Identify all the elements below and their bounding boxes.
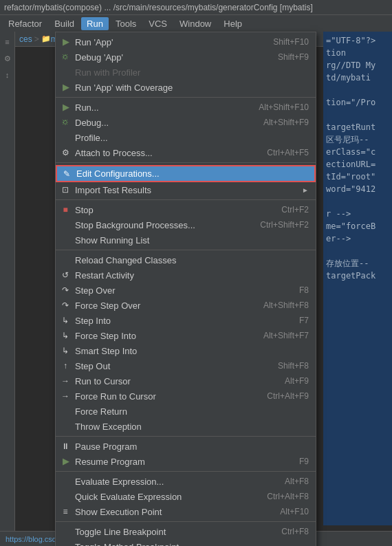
- sidebar-icon-1[interactable]: ≡: [1, 36, 14, 48]
- force-step-into-label: Force Step Into: [75, 331, 250, 341]
- menu-tools[interactable]: Tools: [110, 17, 142, 30]
- title-bar: refactor/mybatis(compose) ... /src/main/…: [0, 0, 392, 15]
- sidebar-tabs: ≡ ⚙ ↕: [0, 32, 15, 531]
- step-out-shortcut: Shift+F8: [278, 361, 309, 371]
- force-step-into-item[interactable]: ↳ Force Step Into Alt+Shift+F7: [56, 328, 316, 343]
- step-out-label: Step Out: [75, 361, 264, 371]
- run-label: Run...: [75, 102, 245, 113]
- show-execution-label: Show Execution Point: [75, 507, 266, 517]
- run-item[interactable]: ▶ Run... Alt+Shift+F10: [56, 100, 316, 115]
- run-to-cursor-shortcut: Alt+F9: [285, 376, 309, 386]
- show-execution-point-item[interactable]: ≡ Show Execution Point Alt+F10: [56, 504, 316, 519]
- debug-icon: ⛭: [60, 117, 71, 128]
- pause-program-item[interactable]: ⏸ Pause Program: [56, 439, 316, 454]
- profile-label: Profile...: [75, 133, 309, 143]
- sidebar-icon-2[interactable]: ⚙: [1, 52, 14, 65]
- debug-app-icon: ⛭: [60, 52, 71, 63]
- quick-eval-shortcut: Ctrl+Alt+F8: [267, 492, 309, 501]
- debug-label: Debug...: [75, 118, 250, 128]
- sidebar-icon-3[interactable]: ↕: [1, 69, 14, 81]
- edit-configurations-item[interactable]: ✎ Edit Configurations...: [56, 165, 316, 182]
- stop-bg-item[interactable]: Stop Background Processes... Ctrl+Shift+…: [56, 217, 316, 232]
- show-running-label: Show Running List: [75, 235, 309, 245]
- stop-icon: ■: [60, 204, 71, 215]
- profile-item[interactable]: Profile...: [56, 130, 316, 145]
- menu-refactor[interactable]: Refactor: [3, 17, 47, 30]
- reload-classes-item[interactable]: Reload Changed Classes: [56, 252, 316, 267]
- quick-evaluate-label: Quick Evaluate Expression: [75, 492, 253, 502]
- run-dots-icon: ▶: [60, 102, 71, 113]
- smart-step-into-item[interactable]: ↳ Smart Step Into: [56, 343, 316, 358]
- breadcrumb-ces[interactable]: ces: [19, 34, 32, 44]
- section-evaluate: Evaluate Expression... Alt+F8 Quick Eval…: [56, 472, 316, 522]
- run-to-cursor-item[interactable]: → Run to Cursor Alt+F9: [56, 373, 316, 389]
- section-pause-resume: ⏸ Pause Program ▶ Resume Program F9: [56, 437, 316, 472]
- stop-bg-icon: [60, 219, 71, 230]
- quick-evaluate-item[interactable]: Quick Evaluate Expression Ctrl+Alt+F8: [56, 489, 316, 504]
- run-app-shortcut: Shift+F10: [273, 37, 309, 47]
- force-run-to-cursor-item[interactable]: → Force Run to Cursor Ctrl+Alt+F9: [56, 389, 316, 404]
- run-app-label: Run 'App': [75, 37, 259, 47]
- import-results-item[interactable]: ⊡ Import Test Results ►: [56, 182, 316, 197]
- debug-app-item[interactable]: ⛭ Debug 'App' Shift+F9: [56, 50, 316, 65]
- stop-bg-shortcut: Ctrl+Shift+F2: [260, 220, 309, 230]
- profiler-icon: [60, 67, 71, 78]
- import-results-label: Import Test Results: [75, 185, 299, 195]
- evaluate-shortcut: Alt+F8: [285, 477, 309, 486]
- smart-step-icon: ↳: [60, 345, 71, 356]
- step-into-item[interactable]: ↳ Step Into F7: [56, 313, 316, 328]
- force-run-to-cursor-shortcut: Ctrl+Alt+F9: [267, 391, 309, 401]
- exec-point-shortcut: Alt+F10: [280, 507, 309, 516]
- show-running-item[interactable]: Show Running List: [56, 232, 316, 248]
- toggle-line-bp-shortcut: Ctrl+F8: [281, 527, 309, 536]
- step-over-item[interactable]: ↷ Step Over F8: [56, 283, 316, 298]
- resume-program-label: Resume Program: [75, 457, 285, 467]
- stop-label: Stop: [75, 205, 268, 215]
- run-app-item[interactable]: ▶ Run 'App' Shift+F10: [56, 34, 316, 50]
- import-icon: ⊡: [60, 184, 71, 195]
- toggle-line-bp-label: Toggle Line Breakpoint: [75, 527, 268, 537]
- resume-icon: ▶: [60, 456, 71, 467]
- run-profiler-label: Run with Profiler: [75, 67, 309, 78]
- restart-activity-item[interactable]: ↺ Restart Activity: [56, 267, 316, 283]
- toggle-method-bp-label: Toggle Method Breakpoint: [75, 542, 309, 547]
- attach-icon: ⚙: [60, 147, 71, 158]
- step-over-icon: ↷: [60, 285, 71, 296]
- force-step-over-item[interactable]: ↷ Force Step Over Alt+Shift+F8: [56, 298, 316, 313]
- profile-icon: [60, 132, 71, 143]
- menu-vcs[interactable]: VCS: [143, 17, 173, 30]
- force-step-into-shortcut: Alt+Shift+F7: [263, 331, 309, 340]
- force-return-item[interactable]: Force Return: [56, 404, 316, 419]
- show-running-icon: [60, 234, 71, 245]
- menu-window[interactable]: Window: [174, 17, 217, 30]
- throw-exception-icon: [60, 421, 71, 432]
- stop-item[interactable]: ■ Stop Ctrl+F2: [56, 202, 316, 217]
- force-step-into-icon: ↳: [60, 330, 71, 341]
- run-coverage-icon: ▶: [60, 82, 71, 93]
- menu-run[interactable]: Run: [81, 17, 109, 30]
- throw-exception-item[interactable]: Throw Exception: [56, 419, 316, 434]
- run-coverage-item[interactable]: ▶ Run 'App' with Coverage: [56, 80, 316, 95]
- toggle-line-bp-icon: [60, 526, 71, 537]
- submenu-arrow: ►: [302, 186, 309, 194]
- step-out-icon: ↑: [60, 360, 71, 371]
- evaluate-expression-item[interactable]: Evaluate Expression... Alt+F8: [56, 474, 316, 489]
- toggle-line-bp-item[interactable]: Toggle Line Breakpoint Ctrl+F8: [56, 524, 316, 539]
- menu-build[interactable]: Build: [49, 17, 80, 30]
- evaluate-icon: [60, 476, 71, 487]
- menu-bar: Refactor Build Run Tools VCS Window Help: [0, 15, 392, 32]
- menu-help[interactable]: Help: [218, 17, 248, 30]
- run-coverage-label: Run 'App' with Coverage: [75, 83, 309, 93]
- debug-item[interactable]: ⛭ Debug... Alt+Shift+F9: [56, 115, 316, 130]
- force-return-label: Force Return: [75, 406, 309, 417]
- section-breakpoints: Toggle Line Breakpoint Ctrl+F8 Toggle Me…: [56, 522, 316, 546]
- toggle-method-bp-item[interactable]: Toggle Method Breakpoint: [56, 539, 316, 546]
- attach-process-item[interactable]: ⚙ Attach to Process... Ctrl+Alt+F5: [56, 145, 316, 160]
- attach-shortcut: Ctrl+Alt+F5: [267, 148, 309, 157]
- step-out-item[interactable]: ↑ Step Out Shift+F8: [56, 358, 316, 373]
- step-into-icon: ↳: [60, 315, 71, 326]
- step-into-shortcut: F7: [299, 316, 309, 325]
- run-shortcut: Alt+Shift+F10: [259, 102, 309, 112]
- folder-icon: 📁: [41, 34, 51, 43]
- resume-program-item[interactable]: ▶ Resume Program F9: [56, 454, 316, 469]
